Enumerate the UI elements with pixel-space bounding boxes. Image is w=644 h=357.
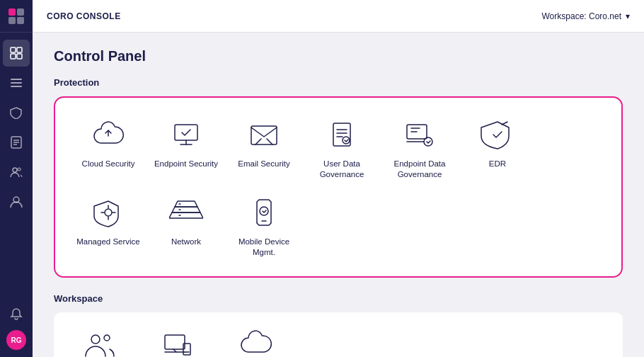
cloud-security-label: Cloud Security <box>82 159 135 169</box>
sidebar-bottom: RG <box>3 300 30 357</box>
mobile-device-mgmt-label: Mobile Device Mgmt. <box>231 237 297 258</box>
email-security-label: Email Security <box>238 159 290 169</box>
sidebar-item-bell[interactable] <box>3 300 30 327</box>
network-item[interactable]: Network <box>147 187 225 265</box>
sidebar: RG <box>0 0 33 357</box>
svg-rect-9 <box>11 82 22 84</box>
svg-rect-21 <box>251 126 277 144</box>
edr-label: EDR <box>489 159 506 169</box>
content: Control Panel Protection Cloud Security <box>33 33 644 357</box>
cloud-security-item[interactable]: Cloud Security <box>69 109 147 187</box>
svg-point-33 <box>105 209 112 216</box>
sidebar-item-people[interactable] <box>3 159 30 186</box>
network-icon <box>168 194 205 231</box>
svg-point-15 <box>13 168 17 172</box>
svg-rect-8 <box>11 79 22 80</box>
svg-rect-1 <box>17 8 24 16</box>
user-data-governance-label: User Data Governance <box>309 159 375 180</box>
sidebar-item-person[interactable] <box>3 188 30 215</box>
avatar[interactable]: RG <box>6 330 26 350</box>
svg-rect-7 <box>17 54 22 59</box>
protection-section-label: Protection <box>54 77 623 88</box>
svg-rect-3 <box>17 17 24 24</box>
svg-point-16 <box>18 168 21 171</box>
email-security-icon <box>246 116 282 153</box>
user-data-governance-item[interactable]: User Data Governance <box>303 109 381 187</box>
main: CORO CONSOLE Workspace: Coro.net ▾ Contr… <box>33 0 644 357</box>
svg-rect-10 <box>11 86 22 87</box>
devices-item[interactable]: Devices <box>139 319 217 357</box>
endpoint-data-governance-label: Endpoint Data Governance <box>386 159 453 180</box>
cloud-security-icon <box>90 116 127 153</box>
users-item[interactable]: Users <box>61 319 139 357</box>
managed-service-item[interactable]: Managed Service <box>69 187 147 265</box>
workspace-section: Workspace Users <box>54 293 623 357</box>
svg-point-40 <box>104 335 110 341</box>
endpoint-data-governance-icon <box>401 116 438 153</box>
managed-service-icon <box>90 194 127 231</box>
edr-icon <box>479 116 516 153</box>
svg-rect-2 <box>8 17 16 24</box>
users-icon <box>81 327 118 357</box>
topbar: CORO CONSOLE Workspace: Coro.net ▾ <box>33 0 644 33</box>
mobile-device-mgmt-icon <box>246 194 282 231</box>
svg-rect-22 <box>333 123 350 146</box>
svg-rect-0 <box>8 8 16 16</box>
svg-rect-41 <box>165 335 185 349</box>
svg-point-39 <box>91 335 100 344</box>
endpoint-security-item[interactable]: Endpoint Security <box>147 109 225 187</box>
network-label: Network <box>171 237 201 247</box>
logo[interactable] <box>0 0 33 33</box>
sidebar-nav <box>3 33 30 300</box>
cloud-applications-item[interactable]: Cloud Applications <box>217 319 294 357</box>
svg-point-26 <box>343 137 350 144</box>
workspace-section-label: Workspace <box>54 293 623 304</box>
cloud-applications-icon <box>237 327 274 357</box>
mobile-device-mgmt-item[interactable]: Mobile Device Mgmt. <box>225 187 303 265</box>
topbar-title: CORO CONSOLE <box>47 11 121 21</box>
edr-item[interactable]: EDR <box>459 109 536 187</box>
svg-line-32 <box>502 122 507 125</box>
endpoint-security-icon <box>168 116 205 153</box>
svg-rect-18 <box>175 125 197 140</box>
user-data-governance-icon <box>323 116 360 153</box>
page-title: Control Panel <box>54 48 623 64</box>
managed-service-label: Managed Service <box>76 237 140 247</box>
sidebar-item-reports[interactable] <box>3 129 30 156</box>
workspace-row1: Users Devices <box>54 312 623 357</box>
workspace-selector[interactable]: Workspace: Coro.net ▾ <box>542 11 631 21</box>
chevron-down-icon: ▾ <box>626 11 630 21</box>
sidebar-item-dashboard[interactable] <box>3 40 30 67</box>
svg-rect-4 <box>11 47 16 52</box>
sidebar-item-list[interactable] <box>3 69 30 96</box>
svg-point-29 <box>424 137 432 146</box>
email-security-item[interactable]: Email Security <box>225 109 303 187</box>
protection-box: Cloud Security Endpoint Security <box>54 96 623 278</box>
sidebar-item-shield[interactable] <box>3 99 30 126</box>
protection-grid: Cloud Security Endpoint Security <box>69 109 607 265</box>
svg-rect-5 <box>17 47 22 52</box>
svg-point-37 <box>260 207 268 215</box>
svg-rect-6 <box>11 54 16 59</box>
workspace-label: Workspace: Coro.net <box>542 11 622 21</box>
devices-icon <box>159 327 196 357</box>
endpoint-data-governance-item[interactable]: Endpoint Data Governance <box>381 109 459 187</box>
endpoint-security-label: Endpoint Security <box>154 159 218 169</box>
